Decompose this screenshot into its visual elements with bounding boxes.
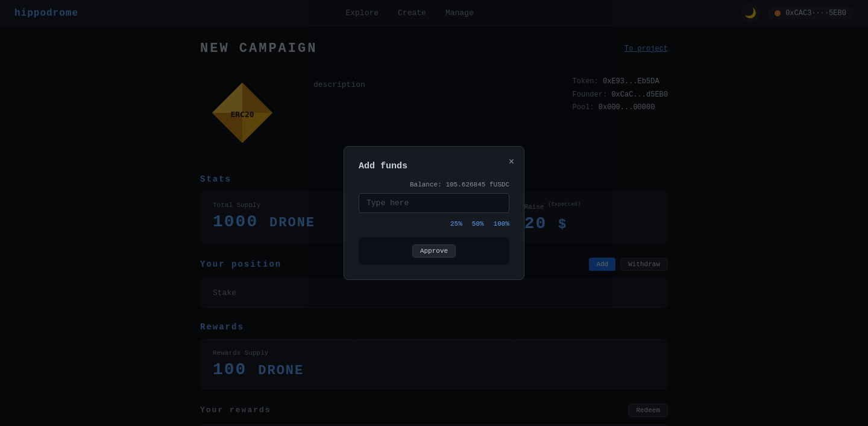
pct-100-button[interactable]: 100%: [494, 220, 509, 227]
modal-title: Add funds: [359, 161, 509, 171]
modal-footer: Approve: [359, 237, 509, 265]
modal-amount-input[interactable]: [359, 193, 509, 213]
modal-close-button[interactable]: ×: [509, 156, 514, 167]
modal-overlay[interactable]: Add funds × Balance: 105.626845 fUSDC 25…: [0, 0, 868, 426]
modal-balance: Balance: 105.626845 fUSDC: [359, 181, 509, 188]
add-funds-modal: Add funds × Balance: 105.626845 fUSDC 25…: [344, 146, 524, 280]
modal-action-buttons: Approve: [366, 244, 502, 258]
pct-25-button[interactable]: 25%: [450, 220, 462, 227]
approve-button[interactable]: Approve: [412, 244, 456, 258]
pct-50-button[interactable]: 50%: [472, 220, 484, 227]
modal-percentage-buttons: 25% 50% 100%: [359, 220, 509, 227]
